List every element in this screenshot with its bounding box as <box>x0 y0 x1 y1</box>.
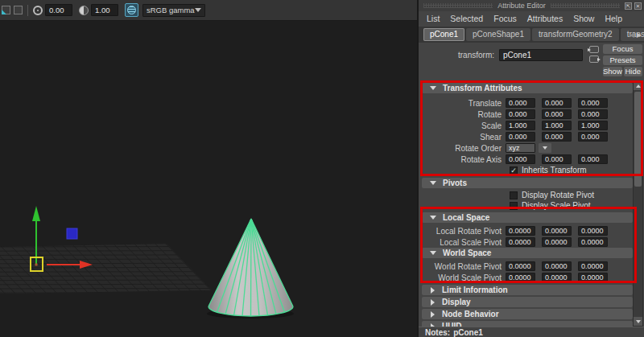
node-tabbar: pCone1 pConeShape1 transformGeometry2 tr… <box>419 27 644 43</box>
world-rotate-pivot-y-field[interactable]: 0.0000 <box>542 261 572 271</box>
display-rotate-pivot-checkbox[interactable] <box>510 191 518 199</box>
panel-title: Attribute Editor <box>497 2 546 10</box>
rotate-x-field[interactable]: 0.000 <box>506 109 535 119</box>
local-scale-pivot-y-field[interactable]: 0.0000 <box>542 237 572 247</box>
triangle-down-icon <box>430 216 436 220</box>
tab-scroll-left-icon[interactable]: ◀ <box>630 31 634 40</box>
shear-z-field[interactable]: 0.000 <box>578 132 608 142</box>
section-uuid[interactable]: UUID <box>422 321 633 327</box>
aperture-exposure-icon[interactable] <box>33 6 43 15</box>
view-transform-dropdown[interactable]: sRGB gamma <box>142 4 205 17</box>
tab-pcone1[interactable]: pCone1 <box>423 28 464 41</box>
rotate-y-field[interactable]: 0.000 <box>542 109 572 119</box>
local-rotate-pivot-z-field[interactable]: 0.0000 <box>578 226 608 236</box>
inherits-transform-row: Inherits Transform <box>422 165 633 175</box>
scrollbar-thumb[interactable] <box>634 92 642 187</box>
cone-selected-wireframe <box>208 219 293 316</box>
pivot-dot <box>35 264 38 266</box>
local-scale-pivot-z-field[interactable]: 0.0000 <box>578 237 608 247</box>
scroll-up-icon[interactable] <box>634 81 642 90</box>
section-pivots[interactable]: Pivots <box>422 178 633 188</box>
world-scale-pivot-z-field[interactable]: 0.0000 <box>578 273 608 282</box>
viewport-panel: sRGB gamma <box>0 0 417 337</box>
titlebar-texture <box>551 3 620 8</box>
scroll-down-icon[interactable] <box>634 317 642 326</box>
local-rotate-pivot-x-field[interactable]: 0.0000 <box>506 226 535 236</box>
inherits-transform-checkbox[interactable] <box>510 166 518 175</box>
exposure-field[interactable] <box>45 4 72 16</box>
float-window-icon[interactable]: ⇱ <box>625 2 632 10</box>
tab-scroll-right-icon[interactable]: ▶ <box>637 31 642 40</box>
presets-button[interactable]: Presets <box>603 55 642 65</box>
tab-pconeshape1[interactable]: pConeShape1 <box>466 28 530 41</box>
menu-show[interactable]: Show <box>573 14 594 23</box>
viewport-scene[interactable] <box>0 21 417 337</box>
hide-button[interactable]: Hide <box>624 67 643 76</box>
chevron-down-icon <box>543 146 547 150</box>
local-rotate-pivot-row: Local Rotate Pivot 0.0000 0.0000 0.0000 <box>422 225 633 236</box>
triangle-right-icon <box>431 311 435 318</box>
section-display[interactable]: Display <box>422 297 633 307</box>
rotate-axis-x-field[interactable]: 0.000 <box>506 154 535 164</box>
gamma-field[interactable] <box>91 4 118 16</box>
focus-button[interactable]: Focus <box>603 44 642 54</box>
input-connection-icon[interactable] <box>589 46 599 53</box>
scale-row: Scale 1.000 1.000 1.000 <box>422 120 633 131</box>
overlapping-squares-icon[interactable] <box>2 6 10 14</box>
rotate-order-select[interactable]: xyz <box>506 143 535 153</box>
view-transform-value: sRGB gamma <box>147 6 195 14</box>
toolbar-divider <box>27 5 28 16</box>
menu-focus[interactable]: Focus <box>493 14 517 23</box>
rotate-z-field[interactable]: 0.000 <box>578 109 608 119</box>
transform-label: transform: <box>419 51 499 60</box>
transform-name-field[interactable] <box>499 49 583 61</box>
section-node-behavior[interactable]: Node Behavior <box>422 309 633 319</box>
scale-z-field[interactable]: 1.000 <box>578 121 608 130</box>
panel-scrollbar[interactable] <box>633 80 643 327</box>
local-scale-pivot-x-field[interactable]: 0.0000 <box>506 237 535 247</box>
color-management-icon[interactable] <box>125 3 138 17</box>
translate-row: Translate 0.000 0.000 0.000 <box>422 97 633 109</box>
close-icon[interactable]: ✕ <box>634 2 642 10</box>
rotate-order-dropdown-button[interactable] <box>539 143 551 153</box>
section-local-space[interactable]: Local Space <box>422 212 633 223</box>
world-scale-pivot-row: World Scale Pivot 0.0000 0.0000 0.0000 <box>422 272 633 283</box>
scale-x-field[interactable]: 1.000 <box>506 121 535 130</box>
section-world-space[interactable]: World Space <box>422 248 633 258</box>
rotate-axis-y-field[interactable]: 0.000 <box>542 154 572 164</box>
section-transform-attributes[interactable]: Transform Attributes <box>422 83 633 93</box>
attribute-editor-menubar: List Selected Focus Attributes Show Help <box>419 11 644 25</box>
framed-square-icon[interactable] <box>14 6 23 14</box>
shear-y-field[interactable]: 0.000 <box>542 132 572 142</box>
section-limit-information[interactable]: Limit Information <box>422 285 633 295</box>
menu-selected[interactable]: Selected <box>450 14 483 23</box>
show-button[interactable]: Show <box>603 67 622 76</box>
menu-help[interactable]: Help <box>605 14 622 23</box>
translate-y-field[interactable]: 0.000 <box>542 98 572 108</box>
translate-z-field[interactable]: 0.000 <box>578 98 608 108</box>
world-rotate-pivot-z-field[interactable]: 0.0000 <box>578 261 608 271</box>
world-rotate-pivot-x-field[interactable]: 0.0000 <box>506 261 535 271</box>
rotate-axis-z-field[interactable]: 0.000 <box>578 154 608 164</box>
rotate-axis-row: Rotate Axis 0.000 0.000 0.000 <box>422 154 633 165</box>
cube-object[interactable] <box>67 228 77 239</box>
notes-value: pCone1 <box>453 328 483 337</box>
world-scale-pivot-y-field[interactable]: 0.0000 <box>542 273 572 282</box>
world-scale-pivot-x-field[interactable]: 0.0000 <box>506 273 535 282</box>
translate-x-field[interactable]: 0.000 <box>506 98 535 108</box>
cone-object[interactable] <box>208 219 293 316</box>
menu-list[interactable]: List <box>427 14 440 23</box>
maya-window: sRGB gamma <box>0 0 644 337</box>
menu-attributes[interactable]: Attributes <box>527 14 563 23</box>
attribute-editor: Attribute Editor ⇱ ✕ List Selected Focus… <box>419 0 644 337</box>
shear-x-field[interactable]: 0.000 <box>506 132 535 142</box>
display-scale-pivot-checkbox[interactable] <box>510 202 518 210</box>
attribute-editor-titlebar[interactable]: Attribute Editor ⇱ ✕ <box>419 0 644 11</box>
contrast-gamma-icon[interactable] <box>79 6 89 15</box>
local-rotate-pivot-y-field[interactable]: 0.0000 <box>542 226 572 236</box>
rotate-row: Rotate 0.000 0.000 0.000 <box>422 109 633 120</box>
output-connection-icon[interactable] <box>589 55 599 63</box>
shear-row: Shear 0.000 0.000 0.000 <box>422 131 633 142</box>
tab-transformgeometry2[interactable]: transformGeometry2 <box>532 28 619 41</box>
scale-y-field[interactable]: 1.000 <box>542 121 572 130</box>
